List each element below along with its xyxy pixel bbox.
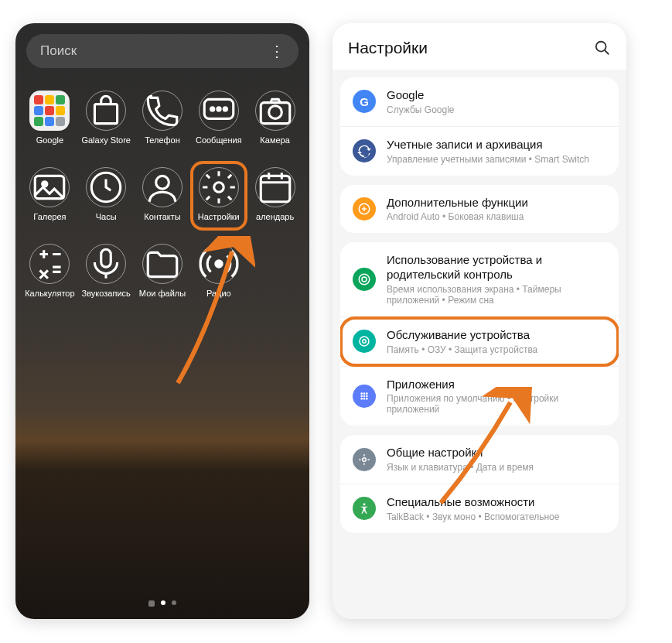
app-calc[interactable]: Калькулятор	[22, 244, 78, 299]
settings-title: Настройки	[348, 39, 428, 57]
svg-rect-13	[101, 250, 111, 268]
app-phone[interactable]: Телефон	[135, 91, 191, 145]
home-indicator-icon[interactable]	[148, 600, 155, 607]
app-camera[interactable]: Камера	[247, 91, 303, 145]
settings-row[interactable]: Специальные возможностиTalkBack • Звук м…	[340, 484, 619, 533]
search-icon[interactable]	[594, 39, 611, 56]
bag-icon	[86, 91, 126, 131]
row-text: Обслуживание устройстваПамять • ОЗУ • За…	[387, 328, 606, 355]
row-subtitle: Время использования экрана • Таймеры при…	[387, 284, 606, 306]
care-icon	[353, 330, 376, 353]
svg-point-22	[360, 392, 363, 395]
svg-line-16	[605, 50, 609, 55]
app-label: Звукозапись	[82, 289, 131, 299]
svg-point-2	[210, 108, 213, 111]
app-folder2[interactable]: Мои файлы	[135, 244, 191, 299]
phone-icon	[142, 91, 182, 131]
page-indicator	[148, 600, 176, 607]
row-title: Специальные возможности	[387, 495, 606, 510]
app-label: Мои файлы	[139, 289, 186, 299]
row-title: Учетные записи и архивация	[387, 138, 606, 152]
app-label: Контакты	[144, 212, 181, 222]
app-calendar[interactable]: алендарь	[247, 167, 303, 222]
svg-point-20	[360, 337, 369, 346]
row-title: Общие настройки	[387, 446, 606, 460]
search-placeholder: Поиск	[40, 43, 77, 59]
app-label: алендарь	[256, 212, 294, 222]
settings-row[interactable]: ПриложенияПриложения по умолчанию • Наст…	[340, 366, 619, 426]
app-label: Радио	[206, 289, 231, 299]
svg-point-3	[217, 108, 220, 111]
row-subtitle: Службы Google	[387, 104, 606, 115]
calc-icon	[29, 244, 70, 284]
svg-point-25	[360, 395, 363, 398]
page-dot[interactable]	[172, 600, 176, 605]
gallery-icon	[29, 167, 70, 207]
settings-list: GGoogleСлужбы GoogleУчетные записи и арх…	[333, 70, 626, 541]
svg-point-23	[363, 392, 366, 395]
highlight-box	[190, 161, 247, 231]
app-bag[interactable]: Galaxy Store	[78, 91, 135, 145]
app-folder[interactable]: Google	[22, 91, 78, 145]
row-text: Общие настройкиЯзык и клавиатура • Дата …	[387, 446, 606, 473]
app-contact[interactable]: Контакты	[135, 167, 191, 222]
svg-point-14	[216, 261, 222, 267]
app-label: Калькулятор	[25, 289, 74, 299]
app-label: Камера	[260, 135, 289, 145]
settings-row[interactable]: Использование устройства и родительский …	[340, 242, 619, 316]
svg-point-31	[363, 457, 367, 461]
row-text: Использование устройства и родительский …	[387, 253, 606, 306]
row-title: Использование устройства и родительский …	[387, 253, 606, 282]
settings-row[interactable]: Обслуживание устройстваПамять • ОЗУ • За…	[340, 316, 619, 366]
row-title: Приложения	[387, 378, 606, 392]
row-subtitle: Приложения по умолчанию • Настройки прил…	[387, 393, 606, 415]
menu-dots-icon[interactable]: ⋮	[269, 42, 285, 60]
camera-icon	[255, 91, 295, 131]
svg-point-21	[363, 340, 367, 344]
row-subtitle: Управление учетными записями • Smart Swi…	[387, 154, 606, 165]
svg-point-24	[366, 392, 368, 395]
radio-icon	[199, 244, 239, 284]
settings-card: GGoogleСлужбы GoogleУчетные записи и арх…	[340, 77, 619, 176]
app-grid: GoogleGalaxy StoreТелефонСообщенияКамера…	[15, 79, 309, 311]
app-mic[interactable]: Звукозапись	[78, 244, 135, 299]
page-dot[interactable]	[161, 600, 165, 605]
settings-row[interactable]: Учетные записи и архивацияУправление уче…	[340, 126, 619, 176]
sync-icon	[353, 139, 376, 162]
svg-rect-12	[261, 176, 290, 202]
row-text: Учетные записи и архивацияУправление уче…	[387, 138, 606, 165]
svg-point-27	[366, 395, 368, 398]
folder2-icon	[142, 244, 182, 284]
mic-icon	[86, 244, 126, 284]
svg-point-30	[366, 398, 368, 400]
app-radio[interactable]: Радио	[190, 244, 247, 299]
chat-icon	[199, 91, 239, 131]
app-gallery[interactable]: Галерея	[22, 167, 78, 222]
svg-point-26	[363, 395, 366, 398]
svg-point-10	[156, 176, 169, 190]
svg-point-32	[363, 504, 366, 506]
row-title: Дополнительные функции	[387, 196, 606, 210]
settings-row[interactable]: GGoogleСлужбы Google	[340, 77, 619, 126]
row-subtitle: Язык и клавиатура • Дата и время	[387, 462, 606, 473]
plus-icon	[353, 197, 376, 221]
settings-card: Общие настройкиЯзык и клавиатура • Дата …	[340, 435, 619, 533]
settings-row[interactable]: Дополнительные функцииAndroid Auto • Бок…	[340, 185, 619, 234]
phone-settings: Настройки GGoogleСлужбы GoogleУчетные за…	[333, 23, 626, 619]
app-gear[interactable]: Настройки	[190, 167, 247, 222]
app-label: Телефон	[145, 135, 180, 145]
app-label: Galaxy Store	[81, 135, 131, 145]
settings-card: Дополнительные функцииAndroid Auto • Бок…	[340, 185, 619, 234]
row-text: Специальные возможностиTalkBack • Звук м…	[387, 495, 606, 522]
row-subtitle: Память • ОЗУ • Защита устройства	[387, 344, 606, 355]
svg-point-6	[268, 106, 281, 119]
row-title: Обслуживание устройства	[387, 328, 606, 343]
general-icon	[353, 448, 376, 471]
search-bar[interactable]: Поиск ⋮	[26, 34, 298, 68]
row-subtitle: TalkBack • Звук моно • Вспомогательное	[387, 511, 606, 522]
app-chat[interactable]: Сообщения	[190, 91, 247, 145]
settings-row[interactable]: Общие настройкиЯзык и клавиатура • Дата …	[340, 435, 619, 484]
app-label: Google	[36, 135, 63, 145]
row-subtitle: Android Auto • Боковая клавиша	[387, 211, 606, 222]
app-clock[interactable]: Часы	[78, 167, 135, 222]
